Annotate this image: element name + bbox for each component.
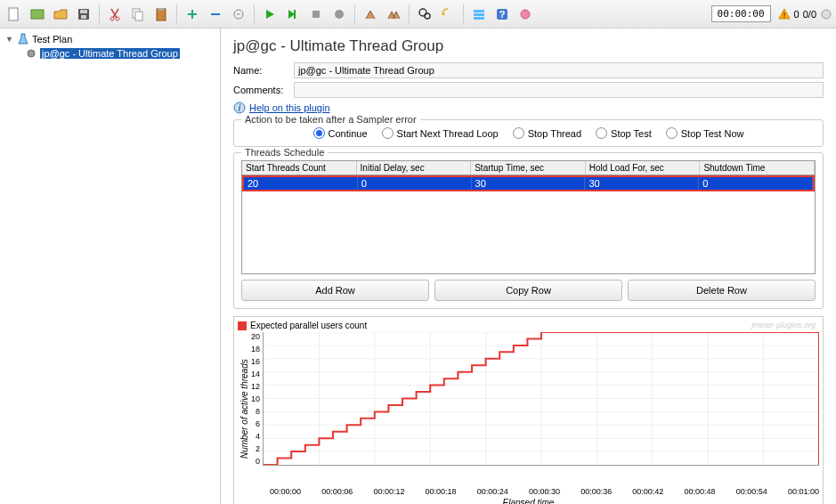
clear-all-icon[interactable] bbox=[383, 4, 404, 25]
save-icon[interactable] bbox=[73, 4, 94, 25]
test-plan-tree[interactable]: ▼ Test Plan jp@gc - Ultimate Thread Grou… bbox=[0, 28, 221, 504]
svg-rect-16 bbox=[474, 10, 484, 12]
radio-start-next-thread-loop[interactable]: Start Next Thread Loop bbox=[382, 127, 499, 139]
help-icon[interactable]: ? bbox=[491, 4, 513, 25]
expand-icon[interactable] bbox=[182, 4, 203, 25]
svg-rect-3 bbox=[80, 10, 87, 13]
comments-label: Comments: bbox=[233, 85, 294, 95]
svg-point-15 bbox=[425, 13, 430, 19]
gear-icon bbox=[25, 47, 37, 60]
x-ticks: 00:00:0000:00:0600:00:1200:00:1800:00:24… bbox=[270, 487, 819, 496]
chart-panel: Expected parallel users count jmeter-plu… bbox=[233, 316, 824, 504]
shutdown-icon[interactable] bbox=[329, 4, 350, 25]
elapsed-time: 00:00:00 bbox=[711, 5, 771, 22]
svg-point-5 bbox=[110, 17, 114, 20]
separator bbox=[409, 4, 410, 24]
separator bbox=[254, 4, 255, 24]
add-row-button[interactable]: Add Row bbox=[241, 280, 429, 301]
radio-stop-thread[interactable]: Stop Thread bbox=[513, 127, 581, 139]
svg-rect-17 bbox=[474, 13, 484, 16]
svg-point-24 bbox=[28, 50, 35, 57]
thread-count: 0/0 bbox=[803, 9, 816, 20]
svg-rect-1 bbox=[31, 10, 44, 19]
svg-rect-12 bbox=[312, 11, 320, 18]
schedule-table[interactable]: Start Threads CountInitial Delay, secSta… bbox=[241, 160, 816, 274]
function-icon[interactable] bbox=[468, 4, 490, 25]
main-toolbar: ? 00:00:00 ! 0 0/0 bbox=[0, 0, 836, 28]
name-input[interactable] bbox=[294, 62, 824, 78]
svg-text:?: ? bbox=[499, 9, 506, 20]
table-row[interactable]: 20030300 bbox=[242, 175, 815, 191]
svg-rect-18 bbox=[474, 17, 484, 20]
table-cell[interactable]: 0 bbox=[699, 177, 813, 190]
tree-root-test-plan[interactable]: ▼ Test Plan bbox=[4, 32, 216, 46]
delete-row-button[interactable]: Delete Row bbox=[628, 280, 816, 301]
svg-text:!: ! bbox=[783, 11, 785, 20]
new-icon[interactable] bbox=[4, 4, 25, 25]
cut-icon[interactable] bbox=[104, 4, 126, 25]
collapse-icon[interactable] bbox=[205, 4, 226, 25]
watermark: jmeter-plugins.org bbox=[751, 321, 816, 329]
templates-icon[interactable] bbox=[27, 4, 48, 25]
radio-stop-test[interactable]: Stop Test bbox=[596, 127, 652, 139]
radio-stop-test-now[interactable]: Stop Test Now bbox=[666, 127, 744, 139]
separator bbox=[176, 4, 177, 24]
editor-panel: jp@gc - Ultimate Thread Group Name: Comm… bbox=[221, 28, 836, 504]
help-link[interactable]: Help on this plugin bbox=[249, 102, 330, 113]
svg-point-13 bbox=[335, 10, 344, 19]
copy-icon[interactable] bbox=[127, 4, 149, 25]
table-cell[interactable]: 30 bbox=[472, 177, 586, 190]
threads-schedule-fieldset: Threads Schedule Start Threads CountInit… bbox=[233, 152, 824, 309]
open-icon[interactable] bbox=[50, 4, 71, 25]
svg-rect-4 bbox=[81, 15, 86, 19]
table-cell[interactable]: 30 bbox=[585, 177, 699, 190]
column-header[interactable]: Initial Delay, sec bbox=[357, 161, 472, 175]
svg-point-6 bbox=[116, 17, 119, 20]
stop-icon[interactable] bbox=[305, 4, 327, 25]
table-cell[interactable]: 0 bbox=[358, 177, 472, 190]
column-header[interactable]: Start Threads Count bbox=[242, 161, 357, 175]
warning-icon: ! bbox=[778, 8, 791, 20]
column-header[interactable]: Startup Time, sec bbox=[471, 161, 586, 175]
clear-icon[interactable] bbox=[360, 4, 381, 25]
svg-text:i: i bbox=[239, 103, 241, 113]
warning-count: 0 bbox=[794, 9, 799, 20]
legend-label: Expected parallel users count bbox=[250, 321, 367, 330]
tree-item-thread-group[interactable]: jp@gc - Ultimate Thread Group bbox=[23, 46, 216, 61]
search-icon[interactable] bbox=[414, 4, 435, 25]
paste-icon[interactable] bbox=[150, 4, 172, 25]
flask-icon bbox=[17, 33, 29, 45]
page-title: jp@gc - Ultimate Thread Group bbox=[233, 37, 824, 55]
svg-point-21 bbox=[521, 10, 530, 19]
column-header[interactable]: Hold Load For, sec bbox=[586, 161, 701, 175]
chart-plot bbox=[263, 332, 819, 466]
separator bbox=[354, 4, 355, 24]
info-icon: i bbox=[233, 102, 246, 114]
column-header[interactable]: Shutdown Time bbox=[700, 161, 815, 175]
plugin-icon[interactable] bbox=[515, 4, 536, 25]
toggle-icon[interactable] bbox=[228, 4, 249, 25]
svg-rect-0 bbox=[9, 8, 18, 20]
separator bbox=[99, 4, 100, 24]
y-ticks: 20181614121086420 bbox=[251, 332, 263, 466]
start-icon[interactable] bbox=[259, 4, 280, 25]
x-axis-label: Elapsed time bbox=[238, 498, 819, 504]
y-axis-label: Number of active threads bbox=[238, 332, 251, 485]
start-no-timers-icon[interactable] bbox=[282, 4, 304, 25]
svg-rect-10 bbox=[158, 8, 164, 11]
sampler-error-fieldset: Action to be taken after a Sampler error… bbox=[233, 119, 824, 147]
comments-input[interactable] bbox=[294, 82, 824, 98]
reset-search-icon[interactable] bbox=[437, 4, 459, 25]
name-label: Name: bbox=[233, 65, 294, 76]
tree-toggle-icon[interactable]: ▼ bbox=[5, 35, 14, 44]
status-icon bbox=[820, 8, 832, 20]
svg-rect-8 bbox=[135, 12, 142, 20]
table-cell[interactable]: 20 bbox=[244, 177, 358, 190]
legend-swatch bbox=[238, 321, 247, 330]
copy-row-button[interactable]: Copy Row bbox=[434, 280, 622, 301]
radio-continue[interactable]: Continue bbox=[313, 127, 368, 139]
separator bbox=[463, 4, 464, 24]
svg-point-23 bbox=[822, 10, 831, 19]
